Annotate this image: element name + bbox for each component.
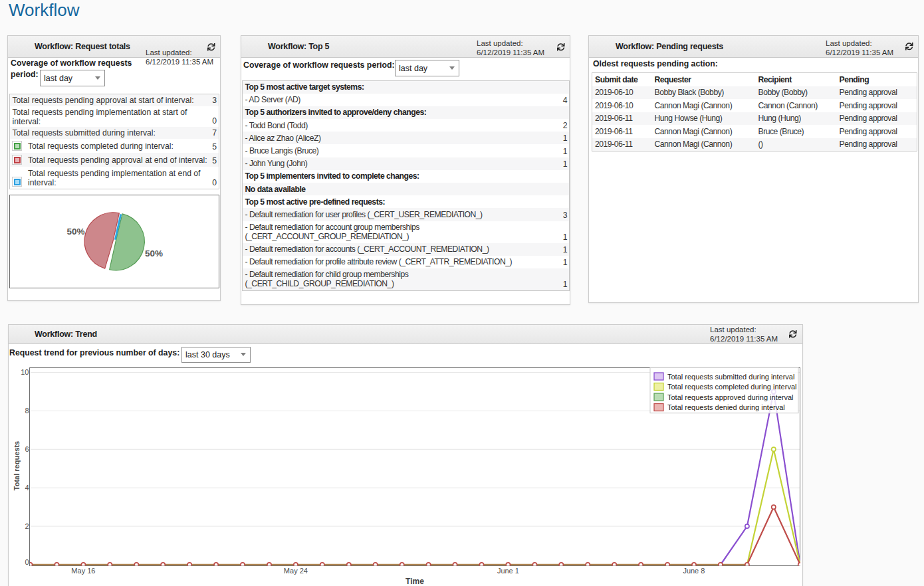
svg-text:May 16: May 16 xyxy=(71,567,95,575)
svg-text:May 24: May 24 xyxy=(284,567,308,575)
svg-text:Total requests completed durin: Total requests completed during interval xyxy=(667,383,796,391)
svg-text:June 8: June 8 xyxy=(683,567,705,575)
svg-text:Time: Time xyxy=(405,577,424,586)
svg-text:Total requests submitted durin: Total requests submitted during interval xyxy=(667,373,794,381)
svg-text:50%: 50% xyxy=(66,227,84,237)
svg-text:8: 8 xyxy=(25,407,29,415)
svg-text:2: 2 xyxy=(25,522,29,530)
svg-text:10: 10 xyxy=(21,368,29,376)
svg-text:Total requests denied during i: Total requests denied during interval xyxy=(667,403,785,411)
svg-text:Total requests: Total requests xyxy=(13,441,21,490)
svg-text:Total requests approved during: Total requests approved during interval xyxy=(667,393,794,401)
svg-text:6: 6 xyxy=(25,445,29,453)
svg-text:June 1: June 1 xyxy=(497,567,519,575)
svg-text:4: 4 xyxy=(25,484,29,492)
svg-text:0: 0 xyxy=(25,558,29,566)
svg-text:50%: 50% xyxy=(145,248,163,258)
